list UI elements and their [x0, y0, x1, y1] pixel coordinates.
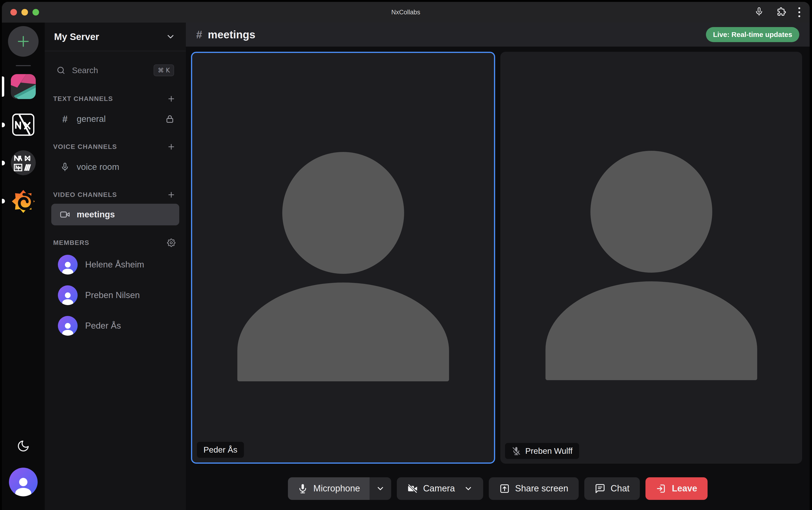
close-button[interactable]: [10, 9, 17, 16]
member-item[interactable]: Peder Ås: [45, 313, 186, 339]
zoom-button[interactable]: [32, 9, 39, 16]
mic-muted-icon: [512, 446, 521, 456]
microphone-split-button: Microphone: [288, 477, 391, 500]
dark-mode-toggle[interactable]: [17, 440, 30, 454]
server-item-nx[interactable]: [2, 112, 45, 137]
channel-header: # meetings Live: Real-time updates: [186, 23, 810, 47]
grafana-logo-icon: [11, 189, 36, 214]
search-shortcut: ⌘ K: [154, 64, 174, 76]
titlebar: NxCollabs: [2, 2, 810, 23]
channel-general[interactable]: # general: [45, 109, 186, 130]
search-placeholder: Search: [72, 66, 98, 75]
screen: NxCollabs: [0, 0, 812, 510]
server-header[interactable]: My Server: [45, 23, 186, 51]
chat-label: Chat: [611, 483, 630, 493]
video-tile-peder: Peder Ås: [191, 52, 495, 464]
pink-teal-workspace-icon: [11, 74, 36, 99]
server-item-grafana[interactable]: [2, 189, 45, 214]
channel-sidebar: My Server Search ⌘ K TEXT CHANNELS # g: [45, 23, 186, 510]
participant-name: Peder Ås: [203, 445, 237, 454]
leave-label: Leave: [672, 483, 697, 493]
channel-name: voice room: [77, 162, 119, 172]
add-channel-icon[interactable]: [167, 191, 175, 199]
add-server-button[interactable]: [8, 26, 38, 57]
app-body: My Server Search ⌘ K TEXT CHANNELS # g: [2, 23, 810, 510]
add-channel-icon[interactable]: [167, 94, 175, 103]
member-name: Peder Ås: [85, 321, 121, 331]
unread-indicator: [2, 161, 5, 165]
avatar-silhouette-head: [590, 151, 712, 273]
camera-button[interactable]: Camera: [397, 477, 483, 500]
avatar-silhouette-head: [282, 152, 404, 274]
window-title: NxCollabs: [391, 9, 420, 16]
avatar-silhouette-body: [237, 283, 449, 381]
member-avatar: [58, 255, 78, 275]
app-window: NxCollabs: [2, 2, 810, 510]
camera-off-icon: [407, 483, 418, 494]
nx-logo-icon: [11, 112, 36, 137]
minimize-button[interactable]: [21, 9, 28, 16]
extensions-icon[interactable]: [776, 7, 786, 18]
unread-indicator: [2, 122, 5, 127]
chevron-down-icon: [376, 484, 385, 493]
video-icon: [60, 209, 70, 220]
channel-meetings-active[interactable]: meetings: [51, 204, 179, 225]
channel-voice-room[interactable]: voice room: [45, 157, 186, 177]
server-name: My Server: [54, 31, 99, 42]
member-avatar: [58, 285, 78, 305]
channel-name: general: [77, 114, 106, 124]
live-status-badge: Live: Real-time updates: [706, 27, 799, 42]
lock-icon: [165, 114, 175, 124]
channel-name: meetings: [77, 209, 115, 220]
microphone-options-button[interactable]: [370, 477, 391, 500]
menu-icon[interactable]: [799, 7, 800, 17]
microphone-button[interactable]: Microphone: [288, 477, 370, 500]
active-server-indicator: [2, 77, 4, 97]
microphone-permission-icon[interactable]: [754, 7, 764, 18]
member-item[interactable]: Helene Åsheim: [45, 252, 186, 278]
chat-button[interactable]: Chat: [584, 477, 640, 500]
participant-name: Preben Wulff: [525, 446, 573, 456]
hash-icon: #: [196, 28, 202, 41]
server-item-workspace[interactable]: [2, 74, 45, 99]
microphone-label: Microphone: [313, 483, 360, 493]
chat-icon: [594, 483, 606, 494]
server-item-nx-grid[interactable]: [2, 150, 45, 175]
share-screen-label: Share screen: [515, 483, 568, 493]
add-channel-icon[interactable]: [167, 143, 175, 151]
members-header: MEMBERS: [53, 239, 89, 247]
member-avatar: [58, 316, 78, 336]
video-channels-header: VIDEO CHANNELS: [53, 191, 117, 199]
search-input[interactable]: Search ⌘ K: [51, 59, 179, 81]
mic-icon: [297, 483, 308, 494]
members-section: MEMBERS Helene Åsheim Preben Nilsen: [45, 238, 186, 339]
participant-name-label: Preben Wulff: [505, 443, 579, 459]
search-icon: [56, 66, 65, 75]
share-screen-icon: [499, 483, 510, 494]
chevron-down-icon: [464, 484, 473, 493]
hash-icon: #: [60, 114, 69, 124]
gear-icon[interactable]: [167, 238, 175, 247]
leave-button[interactable]: Leave: [645, 477, 707, 500]
traffic-lights: [10, 2, 39, 23]
voice-channels-section: VOICE CHANNELS voice room: [45, 143, 186, 177]
video-grid: Peder Ås Preben Wulff: [186, 47, 810, 464]
channel-title: meetings: [208, 28, 256, 41]
participant-name-label: Peder Ås: [197, 442, 244, 458]
member-name: Helene Åsheim: [85, 260, 144, 270]
video-channels-section: VIDEO CHANNELS meetings: [45, 191, 186, 225]
video-tile-preben: Preben Wulff: [500, 52, 802, 464]
voice-channels-header: VOICE CHANNELS: [53, 143, 117, 150]
text-channels-header: TEXT CHANNELS: [53, 95, 113, 103]
titlebar-actions: [754, 2, 800, 23]
rail-divider: [16, 65, 31, 66]
share-screen-button[interactable]: Share screen: [489, 477, 579, 500]
call-controls: Microphone Camera Share screen: [186, 464, 810, 510]
user-avatar[interactable]: [9, 468, 38, 497]
member-item[interactable]: Preben Nilsen: [45, 282, 186, 308]
avatar-silhouette-body: [546, 281, 757, 380]
camera-label: Camera: [423, 483, 455, 493]
text-channels-section: TEXT CHANNELS # general: [45, 94, 186, 130]
server-list: [2, 74, 45, 214]
nx-grid-logo-icon: [11, 150, 36, 175]
